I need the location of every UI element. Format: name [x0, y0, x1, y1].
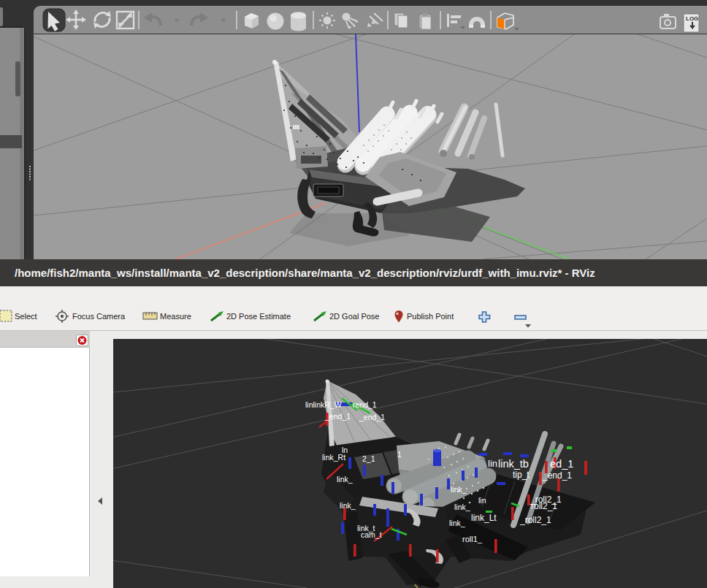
- svg-text:lin: lin: [478, 496, 486, 505]
- svg-text:cam_t: cam_t: [361, 530, 382, 539]
- svg-text:_end_1: _end_1: [324, 412, 351, 421]
- svg-text:_roll2_1: _roll2_1: [519, 515, 551, 525]
- svg-text:rend_1: rend_1: [353, 400, 377, 409]
- svg-text:link_: link_: [337, 475, 353, 484]
- svg-text:2_1: 2_1: [362, 454, 375, 463]
- svg-text:lin: lin: [488, 458, 497, 469]
- svg-text:roll2_1: roll2_1: [531, 501, 557, 511]
- svg-text:link_: link_: [340, 501, 356, 510]
- svg-text:link_: link_: [451, 485, 467, 494]
- svg-text:link_tb: link_tb: [498, 458, 529, 470]
- svg-text:link_: link_: [449, 519, 465, 527]
- svg-text:1: 1: [397, 450, 402, 459]
- svg-text:tip_t: tip_t: [513, 470, 530, 480]
- svg-text:link_Lt: link_Lt: [471, 513, 497, 523]
- svg-text:roll1_: roll1_: [462, 535, 483, 543]
- svg-text:ed_1: ed_1: [550, 458, 573, 470]
- svg-text:_end_1: _end_1: [542, 470, 572, 481]
- svg-text:link_Rt: link_Rt: [322, 453, 345, 462]
- svg-text:link_: link_: [454, 503, 470, 511]
- svg-text:linlinkR_W: linlinkR_W: [305, 400, 342, 409]
- svg-text:LOG: LOG: [686, 15, 698, 22]
- svg-text:_end_1: _end_1: [359, 413, 385, 421]
